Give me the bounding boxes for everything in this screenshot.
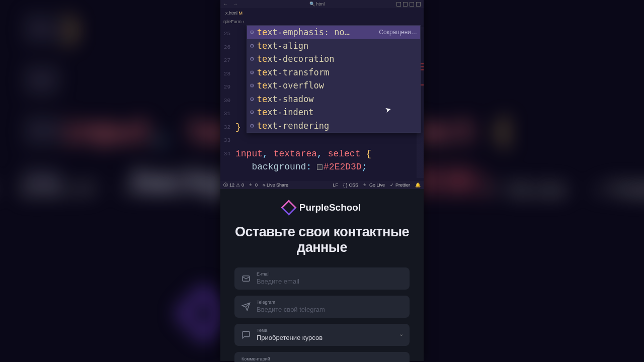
mail-icon xyxy=(242,274,251,283)
chevron-down-icon: ⌄ xyxy=(399,331,404,337)
property-icon: ⚙ xyxy=(250,52,254,66)
editor-titlebar: ← → 🔍 html xyxy=(220,0,424,8)
logo-mark-icon xyxy=(281,200,296,215)
property-icon: ⚙ xyxy=(250,93,254,106)
autocomplete-item[interactable]: ⚙ text-overflow xyxy=(247,79,420,93)
status-golive[interactable]: ᯤ Go Live xyxy=(363,183,385,188)
code-editor[interactable]: 25 26 27 28 29 30 31 32 33 34 te } input… xyxy=(220,25,424,181)
property-icon: ⚙ xyxy=(250,26,254,39)
breadcrumb[interactable]: rpleForm › xyxy=(220,18,424,25)
property-icon: ⚙ xyxy=(250,66,254,79)
status-bell-icon[interactable]: 🔔 xyxy=(415,183,421,188)
status-bar: ⓧ 12 ⚠ 0 ᯤ 0 ⎆ Live Share LF { } CSS ᯤ G… xyxy=(220,181,424,189)
nav-back-icon[interactable]: ← xyxy=(223,2,228,7)
ac-label: xt-emphasis: no… xyxy=(267,27,350,37)
property-icon: ⚙ xyxy=(250,119,254,133)
status-prettier[interactable]: ✓ Prettier xyxy=(390,183,410,188)
pane-icon[interactable] xyxy=(410,2,414,7)
telegram-field[interactable]: Telegram xyxy=(234,296,410,318)
comment-label: Комментарий xyxy=(242,356,270,361)
autocomplete-hint: Сокращени… xyxy=(379,26,417,39)
topic-label: Тема xyxy=(257,328,403,333)
layout-controls[interactable] xyxy=(396,2,421,7)
telegram-icon xyxy=(242,302,251,311)
nav-fwd-icon[interactable]: → xyxy=(233,2,237,7)
telegram-label: Telegram xyxy=(257,300,403,305)
command-center[interactable]: 🔍 html xyxy=(309,2,325,7)
property-icon: ⚙ xyxy=(250,79,254,93)
brand-name: PurpleSchool xyxy=(299,202,361,213)
property-icon: ⚙ xyxy=(250,106,254,119)
autocomplete-item[interactable]: ⚙ text-indent xyxy=(247,106,420,119)
autocomplete-item[interactable]: ⚙ text-rendering xyxy=(247,119,420,133)
chat-icon xyxy=(242,330,251,339)
status-eol[interactable]: LF xyxy=(333,183,338,188)
topic-field[interactable]: Тема Приобретение курсов ⌄ xyxy=(234,324,410,346)
autocomplete-item[interactable]: ⚙ text-align xyxy=(247,39,420,53)
pane-icon[interactable] xyxy=(403,2,408,7)
topic-value: Приобретение курсов xyxy=(257,333,403,341)
pane-icon[interactable] xyxy=(416,2,421,7)
autocomplete-item[interactable]: ⚙ text-shadow xyxy=(247,93,420,106)
tab-bar: x.html M xyxy=(220,8,424,18)
email-label: E-mail xyxy=(257,272,403,277)
form-headline: Оставьте свои контактные данные xyxy=(234,224,410,255)
line-gutter: 25 26 27 28 29 30 31 32 33 34 xyxy=(220,27,232,160)
telegram-input[interactable] xyxy=(257,305,403,313)
status-ports[interactable]: ᯤ 0 xyxy=(249,183,258,188)
autocomplete-item[interactable]: ⚙ text-transform xyxy=(247,66,420,79)
comment-field[interactable]: Комментарий xyxy=(234,352,410,362)
autocomplete-item[interactable]: ⚙ text-emphasis: no… Сокращени… xyxy=(247,26,420,39)
status-errors[interactable]: ⓧ 12 ⚠ 0 xyxy=(223,182,244,189)
color-swatch-icon xyxy=(317,164,323,170)
autocomplete-item[interactable]: ⚙ text-decoration xyxy=(247,52,420,66)
property-icon: ⚙ xyxy=(250,39,254,53)
brand-logo: PurpleSchool xyxy=(234,202,410,213)
email-input[interactable] xyxy=(257,277,403,285)
status-lang[interactable]: { } CSS xyxy=(343,183,358,188)
email-field[interactable]: E-mail xyxy=(234,267,410,290)
center-column: ← → 🔍 html x.html M rpleForm › 25 26 27 … xyxy=(220,0,424,361)
pane-icon[interactable] xyxy=(396,2,401,7)
editor-tab[interactable]: x.html M xyxy=(222,11,246,16)
autocomplete-popup[interactable]: ⚙ text-emphasis: no… Сокращени… ⚙ text-a… xyxy=(247,25,421,133)
form-preview: PurpleSchool Оставьте свои контактные да… xyxy=(220,189,424,361)
status-liveshare[interactable]: ⎆ Live Share xyxy=(263,183,288,188)
